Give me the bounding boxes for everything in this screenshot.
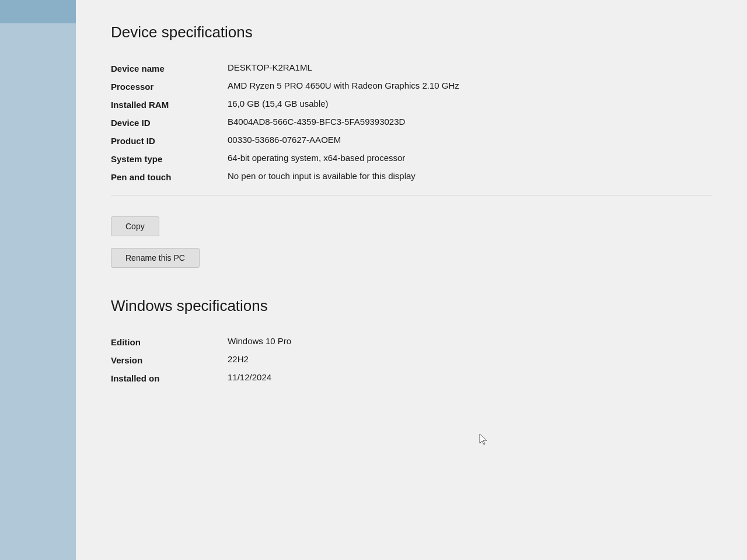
label-installed-ram: Installed RAM [111,99,228,110]
label-device-id: Device ID [111,117,228,128]
spec-row-device-id: Device ID B4004AD8-566C-4359-BFC3-5FA593… [111,113,712,131]
spec-row-installed-ram: Installed RAM 16,0 GB (15,4 GB usable) [111,95,712,113]
spec-row-system-type: System type 64-bit operating system, x64… [111,149,712,167]
device-specs-title: Device specifications [111,23,712,41]
rename-pc-button[interactable]: Rename this PC [111,248,200,268]
value-processor: AMD Ryzen 5 PRO 4650U with Radeon Graphi… [228,80,712,90]
spec-row-installed-on: Installed on 11/12/2024 [111,369,712,387]
value-system-type: 64-bit operating system, x64-based proce… [228,153,712,163]
value-edition: Windows 10 Pro [228,336,712,346]
device-spec-table: Device name DESKTOP-K2RA1ML Processor AM… [111,59,712,186]
windows-specs-section: Windows specifications Edition Windows 1… [111,297,712,387]
label-installed-on: Installed on [111,372,228,383]
label-system-type: System type [111,153,228,164]
value-device-id: B4004AD8-566C-4359-BFC3-5FA59393023D [228,117,712,127]
value-product-id: 00330-53686-07627-AAOEM [228,135,712,145]
label-product-id: Product ID [111,135,228,146]
spec-row-version: Version 22H2 [111,351,712,369]
spec-row-processor: Processor AMD Ryzen 5 PRO 4650U with Rad… [111,77,712,95]
spec-row-device-name: Device name DESKTOP-K2RA1ML [111,59,712,77]
label-pen-and-touch: Pen and touch [111,171,228,182]
label-processor: Processor [111,80,228,92]
copy-button[interactable]: Copy [111,216,159,236]
spec-row-edition: Edition Windows 10 Pro [111,332,712,351]
spec-row-product-id: Product ID 00330-53686-07627-AAOEM [111,131,712,149]
value-installed-ram: 16,0 GB (15,4 GB usable) [228,99,712,108]
value-installed-on: 11/12/2024 [228,372,712,382]
sidebar [0,0,76,560]
main-content: Device specifications Device name DESKTO… [76,0,747,560]
label-device-name: Device name [111,62,228,74]
windows-spec-table: Edition Windows 10 Pro Version 22H2 Inst… [111,332,712,387]
value-version: 22H2 [228,354,712,364]
label-version: Version [111,354,228,365]
value-pen-and-touch: No pen or touch input is available for t… [228,171,712,181]
value-device-name: DESKTOP-K2RA1ML [228,62,712,72]
windows-specs-title: Windows specifications [111,297,712,315]
sidebar-top [0,0,76,23]
divider-1 [111,195,712,195]
label-edition: Edition [111,336,228,347]
spec-row-pen-and-touch: Pen and touch No pen or touch input is a… [111,167,712,186]
